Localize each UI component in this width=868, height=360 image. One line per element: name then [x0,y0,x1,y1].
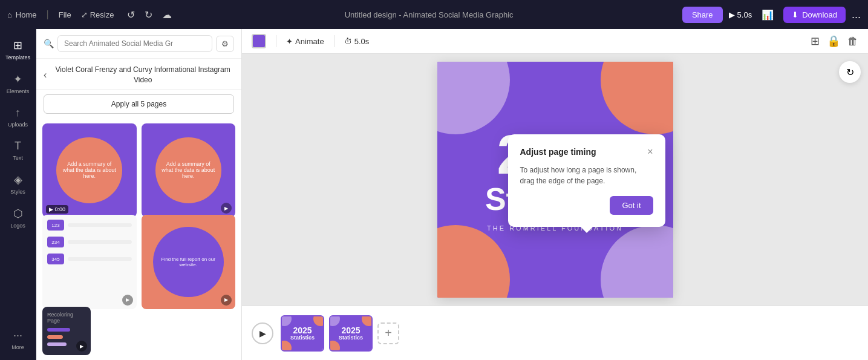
document-title: Untitled design - Animated Social Media … [185,10,672,19]
tooltip-close-button[interactable]: × [647,146,653,157]
file-nav[interactable]: File [59,10,71,19]
tmpl1-badge: ▶ 0:00 [46,205,68,214]
template-title: Violet Coral Frenzy and Curvy Informatio… [51,65,234,85]
page1-content: 2025 Statistics [290,326,315,341]
template-card-1[interactable]: Add a summary of what the data is about … [42,123,137,218]
tmpl5-play[interactable]: ▶ [76,341,87,352]
page2-year: 2025 [339,326,363,335]
tooltip-footer: Got it [520,196,653,215]
timing-value: 5.0s [737,10,752,19]
tmpl2-play[interactable]: ▶ [221,203,232,214]
page2-content: 2025 Statistics [339,326,363,341]
main-layout: ⊞ Templates ✦ Elements ↑ Uploads T Text … [0,29,868,360]
sidebar-item-text[interactable]: T Text [2,135,34,166]
sidebar-item-more[interactable]: ··· More [2,324,34,355]
analytics-button[interactable]: 📊 [758,7,777,23]
refresh-icon: ↻ [846,67,854,78]
home-icon: ⌂ [7,10,12,19]
lock-button[interactable]: 🔒 [827,34,840,48]
filter-button[interactable]: ⚙ [216,36,234,52]
sidebar-label-logos: Logos [10,223,25,229]
template-card-3[interactable]: 123 234 345 ▶ [42,215,137,309]
timeline-bar: ▶ 2025 Statistics [242,306,868,360]
tmpl5-bar2 [47,335,63,339]
page1-circle-bl [281,341,292,352]
more-options-button[interactable]: ... [852,8,861,21]
color-picker[interactable] [252,34,266,48]
template-card-2[interactable]: Add a summary of what the data is about … [142,123,236,218]
toolbar-separator [276,35,276,47]
undo-button[interactable]: ↺ [123,7,139,23]
timeline-page-2[interactable]: 2025 Statistics [329,315,373,352]
canvas-right-tools: ⊞ 🔒 🗑 [811,34,858,48]
delete-button[interactable]: 🗑 [847,35,858,48]
page1-stats: Statistics [290,335,315,341]
play-timing-icon: ▶ [729,10,735,19]
sidebar-item-templates[interactable]: ⊞ Templates [2,34,34,65]
cloud-button[interactable]: ☁ [158,7,175,23]
add-icon: + [385,326,392,340]
timing-label: 5.0s [354,37,370,46]
tmpl3-play[interactable]: ▶ [122,295,133,306]
page1-inner: 2025 Statistics [282,316,323,350]
template-grid: Add a summary of what the data is about … [36,119,241,360]
sidebar-item-styles[interactable]: ◈ Styles [2,168,34,200]
sidebar-item-elements[interactable]: ✦ Elements [2,68,34,99]
add-page-button[interactable]: + [377,322,399,344]
sidebar-item-uploads[interactable]: ↑ Uploads [2,102,34,133]
tmpl2-text: Add a summary of what the data is about … [155,156,221,184]
template-card-4[interactable]: Find the full report on our website. ▶ [142,215,236,309]
elements-icon: ✦ [13,73,22,86]
template-card-5[interactable]: Recoloring Page ▶ [42,307,91,355]
stat-badge-2: 234 [47,237,64,247]
redo-button[interactable]: ↻ [141,7,156,23]
tmpl4-play[interactable]: ▶ [221,295,232,306]
text-icon: T [15,140,21,152]
logos-icon: ⬡ [13,207,23,220]
undo-redo-group: ↺ ↻ ☁ [123,7,175,23]
tmpl5-label: Recoloring Page [47,312,86,324]
search-input[interactable] [57,35,212,52]
grid-view-button[interactable]: ⊞ [811,34,820,48]
sidebar-item-logos[interactable]: ⬡ Logos [2,202,34,234]
clock-icon: ⏱ [344,37,352,46]
toolbar-separator-2 [334,35,334,47]
uploads-icon: ↑ [15,106,21,119]
tmpl5-bar3 [47,342,67,346]
sidebar-label-more: More [11,344,24,350]
tooltip-body: To adjust how long a page is shown, drag… [520,165,653,186]
play-icon: ▶ [259,329,266,338]
back-button[interactable]: ‹ [44,70,47,80]
timing-button[interactable]: ▶ 5.0s [729,10,752,19]
templates-icon: ⊞ [13,39,22,52]
share-button[interactable]: Share [682,7,723,23]
page2-stats: Statistics [339,335,363,341]
page-timing-display[interactable]: ⏱ 5.0s [344,37,370,46]
resize-nav[interactable]: ⤢ Resize [81,10,114,19]
tmpl1-text: Add a summary of what the data is about … [56,156,122,184]
sidebar-label-elements: Elements [7,88,30,94]
page2-inner: 2025 Statistics [330,316,371,350]
timeline-page-1[interactable]: 2025 Statistics [281,315,324,352]
resize-label: Resize [90,10,114,19]
tooltip-header: Adjust page timing × [520,146,653,157]
page1-circle-tr [313,315,324,326]
panel-search-bar: 🔍 ⚙ [36,29,241,59]
more-icon: ··· [13,329,22,342]
animate-button[interactable]: ✦ Animate [286,37,324,46]
download-button[interactable]: ⬇ Download [783,7,846,23]
download-icon: ⬇ [792,10,798,19]
icon-sidebar: ⊞ Templates ✦ Elements ↑ Uploads T Text … [0,29,36,360]
play-button[interactable]: ▶ [252,322,273,344]
home-nav[interactable]: ⌂ Home [7,10,37,19]
refresh-button[interactable]: ↻ [839,61,861,83]
sidebar-label-styles: Styles [10,189,25,195]
tooltip-arrow [581,227,593,233]
templates-panel: 🔍 ⚙ ‹ Violet Coral Frenzy and Curvy Info… [36,29,242,360]
apply-all-button[interactable]: Apply all 5 pages [44,94,234,114]
page1-year: 2025 [290,326,315,335]
tmpl5-bar1 [47,328,70,332]
stat-line-3 [68,257,132,261]
home-label: Home [16,10,37,19]
got-it-button[interactable]: Got it [610,196,653,215]
